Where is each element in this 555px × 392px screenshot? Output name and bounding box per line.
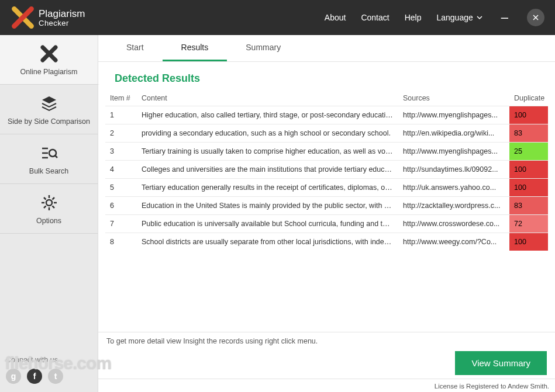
cell-source: http://www.crosswordese.co...: [398, 215, 509, 233]
top-navigation: About Contact Help Language –: [325, 9, 544, 26]
table-row[interactable]: 4Colleges and universities are the main …: [105, 161, 548, 179]
sidebar-item-online-plagiarism[interactable]: Online Plagiarism: [0, 35, 99, 85]
cell-duplicate: 72: [509, 215, 548, 233]
sidebar-item-label: Side by Side Comparison: [4, 117, 94, 126]
cell-item: 2: [105, 124, 137, 143]
cell-source: http://www.weegy.com/?Co...: [398, 233, 509, 251]
contact-link[interactable]: Contact: [361, 13, 389, 22]
cell-content: Tertiary education generally results in …: [137, 179, 398, 197]
cell-item: 8: [105, 233, 137, 251]
cell-item: 4: [105, 161, 137, 179]
hint-text: To get more detail view Insight the reco…: [98, 332, 555, 348]
sidebar: Online Plagiarism Side by Side Compariso…: [0, 35, 98, 392]
cell-item: 1: [105, 106, 137, 124]
col-header-item[interactable]: Item #: [105, 92, 137, 106]
cell-duplicate: 100: [509, 106, 548, 124]
connect-label: Connect with us: [6, 356, 92, 364]
cell-content: Colleges and universities are the main i…: [137, 161, 398, 179]
cell-duplicate: 100: [509, 233, 548, 251]
col-header-duplicate[interactable]: Duplicate: [509, 92, 548, 106]
table-row[interactable]: 3Tertiary training is usually taken to c…: [105, 143, 548, 161]
section-title: Detected Results: [98, 62, 555, 92]
table-row[interactable]: 5Tertiary education generally results in…: [105, 179, 548, 197]
close-icon: [532, 14, 539, 21]
help-link[interactable]: Help: [405, 13, 422, 22]
tab-bar: Start Results Summary: [98, 35, 555, 62]
cell-content: Higher education, also called tertiary, …: [137, 106, 398, 124]
x-icon: [40, 44, 58, 63]
chevron-down-icon: [477, 15, 482, 20]
logo-x-icon: [11, 5, 35, 30]
cell-source: http://zacktalley.wordpress.c...: [398, 197, 509, 215]
cell-source: http://www.myenglishpages...: [398, 106, 509, 124]
cell-source: http://uk.answers.yahoo.co...: [398, 179, 509, 197]
sidebar-item-label: Online Plagiarism: [4, 68, 94, 76]
cell-content: providing a secondary education, such as…: [137, 124, 398, 143]
language-dropdown[interactable]: Language: [436, 13, 482, 22]
cell-content: Education in the United States is mainly…: [137, 197, 398, 215]
twitter-icon[interactable]: t: [48, 369, 63, 384]
app-name: Plagiarism Checker: [39, 9, 85, 27]
cell-content: Tertiary training is usually taken to co…: [137, 143, 398, 161]
cell-content: Public education is universally availabl…: [137, 215, 398, 233]
sidebar-item-label: Bulk Search: [4, 167, 94, 175]
list-search-icon: [40, 144, 58, 162]
connect-section: Connect with us g f t: [0, 349, 98, 392]
about-link[interactable]: About: [325, 13, 346, 22]
cell-item: 3: [105, 143, 137, 161]
col-header-sources[interactable]: Sources: [398, 92, 509, 106]
cell-duplicate: 25: [509, 143, 548, 161]
cell-duplicate: 83: [509, 124, 548, 143]
googleplus-icon[interactable]: g: [6, 369, 21, 384]
cell-source: http://sundaytimes.lk/09092...: [398, 161, 509, 179]
table-row[interactable]: 1Higher education, also called tertiary,…: [105, 106, 548, 124]
gear-icon: [40, 193, 58, 212]
table-row[interactable]: 7Public education is universally availab…: [105, 215, 548, 233]
tab-results[interactable]: Results: [163, 35, 227, 61]
results-table: Item # Content Sources Duplicate 1Higher…: [105, 92, 548, 251]
minimize-button[interactable]: –: [498, 10, 512, 25]
app-logo: Plagiarism Checker: [11, 5, 85, 30]
table-row[interactable]: 2providing a secondary education, such a…: [105, 124, 548, 143]
titlebar: Plagiarism Checker About Contact Help La…: [0, 0, 555, 35]
table-row[interactable]: 6Education in the United States is mainl…: [105, 197, 548, 215]
sidebar-item-bulk-search[interactable]: Bulk Search: [0, 134, 98, 184]
cell-duplicate: 100: [509, 179, 548, 197]
cell-source: http://www.myenglishpages...: [398, 143, 509, 161]
facebook-icon[interactable]: f: [27, 369, 42, 384]
close-button[interactable]: [527, 9, 544, 26]
view-summary-button[interactable]: View Summary: [455, 351, 547, 375]
main-content: Start Results Summary Detected Results I…: [98, 35, 555, 392]
layers-icon: [40, 94, 58, 113]
cell-content: School districts are usually separate fr…: [137, 233, 398, 251]
cell-duplicate: 83: [509, 197, 548, 215]
cell-item: 5: [105, 179, 137, 197]
sidebar-item-options[interactable]: Options: [0, 184, 98, 234]
table-row[interactable]: 8School districts are usually separate f…: [105, 233, 548, 251]
svg-point-1: [46, 200, 52, 206]
col-header-content[interactable]: Content: [137, 92, 398, 106]
tab-start[interactable]: Start: [108, 35, 163, 61]
sidebar-item-label: Options: [4, 217, 94, 225]
license-status: License is Registered to Andew Smith.: [98, 379, 555, 392]
cell-duplicate: 100: [509, 161, 548, 179]
tab-summary[interactable]: Summary: [227, 35, 299, 61]
cell-source: http://en.wikipedia.org/wiki...: [398, 124, 509, 143]
cell-item: 7: [105, 215, 137, 233]
sidebar-item-side-by-side[interactable]: Side by Side Comparison: [0, 85, 98, 134]
cell-item: 6: [105, 197, 137, 215]
